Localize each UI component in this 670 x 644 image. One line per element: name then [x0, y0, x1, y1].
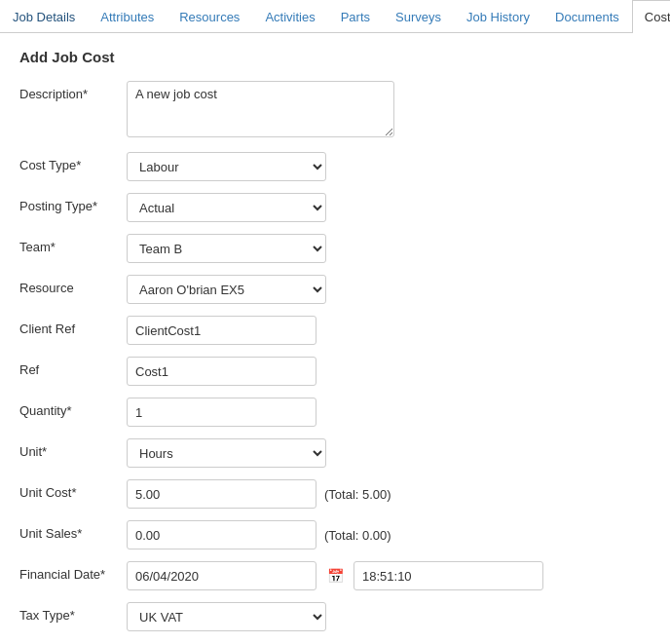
- cost-type-field-wrapper: LabourMaterialOther: [127, 152, 651, 181]
- posting-type-field-wrapper: ActualBudgeted: [127, 193, 651, 222]
- posting-type-select[interactable]: ActualBudgeted: [127, 193, 326, 222]
- posting-type-row: Posting Type* ActualBudgeted: [19, 193, 651, 222]
- unit-sales-total: (Total: 0.00): [324, 528, 391, 543]
- tab-resources[interactable]: Resources: [167, 0, 252, 33]
- financial-date-field-wrapper: 📅: [127, 561, 651, 590]
- financial-time-input[interactable]: [354, 561, 543, 590]
- quantity-input[interactable]: [127, 398, 316, 427]
- team-select[interactable]: Team ATeam BTeam C: [127, 234, 326, 263]
- quantity-row: Quantity*: [19, 398, 651, 427]
- resource-row: Resource Aaron O'brian EX5: [19, 275, 651, 304]
- tab-bar: Job DetailsAttributesResourcesActivities…: [0, 0, 670, 33]
- financial-date-row: Financial Date* 📅: [19, 561, 651, 590]
- team-field-wrapper: Team ATeam BTeam C: [127, 234, 651, 263]
- unit-sales-label: Unit Sales*: [19, 520, 127, 541]
- resource-label: Resource: [19, 275, 127, 295]
- tab-attributes[interactable]: Attributes: [88, 0, 167, 33]
- posting-type-label: Posting Type*: [19, 193, 127, 213]
- ref-input[interactable]: [127, 357, 316, 386]
- tax-type-field-wrapper: UK VATNo VATExempt: [127, 602, 651, 631]
- client-ref-label: Client Ref: [19, 316, 127, 336]
- tab-surveys[interactable]: Surveys: [383, 0, 454, 33]
- ref-field-wrapper: [127, 357, 651, 386]
- description-label: Description*: [19, 81, 127, 101]
- team-row: Team* Team ATeam BTeam C: [19, 234, 651, 263]
- calendar-icon[interactable]: 📅: [324, 565, 346, 587]
- unit-label: Unit*: [19, 438, 127, 459]
- unit-row: Unit* HoursDaysEach: [19, 438, 651, 468]
- client-ref-row: Client Ref: [19, 316, 651, 345]
- unit-cost-field-wrapper: (Total: 5.00): [127, 479, 651, 509]
- description-row: Description*: [19, 81, 651, 140]
- tab-activities[interactable]: Activities: [252, 0, 327, 33]
- tab-parts[interactable]: Parts: [328, 0, 383, 33]
- unit-sales-row: Unit Sales* (Total: 0.00): [19, 520, 651, 549]
- tab-job-history[interactable]: Job History: [454, 0, 542, 33]
- quantity-field-wrapper: [127, 398, 651, 427]
- tab-job-details[interactable]: Job Details: [0, 0, 88, 33]
- team-label: Team*: [19, 234, 127, 254]
- form-title: Add Job Cost: [19, 49, 651, 65]
- tab-costs[interactable]: Costs: [632, 0, 670, 33]
- financial-date-input[interactable]: [127, 561, 316, 590]
- description-field-wrapper: [127, 81, 651, 140]
- form-content: Add Job Cost Description* Cost Type* Lab…: [0, 33, 670, 644]
- unit-sales-field-wrapper: (Total: 0.00): [127, 520, 651, 549]
- unit-cost-row: Unit Cost* (Total: 5.00): [19, 479, 651, 509]
- tab-documents[interactable]: Documents: [542, 0, 632, 33]
- tax-type-label: Tax Type*: [19, 602, 127, 623]
- description-field[interactable]: [127, 81, 394, 137]
- unit-cost-total: (Total: 5.00): [324, 487, 391, 502]
- financial-date-label: Financial Date*: [19, 561, 127, 582]
- client-ref-field-wrapper: [127, 316, 651, 345]
- cost-type-row: Cost Type* LabourMaterialOther: [19, 152, 651, 181]
- tax-type-row: Tax Type* UK VATNo VATExempt: [19, 602, 651, 631]
- ref-label: Ref: [19, 357, 127, 377]
- ref-row: Ref: [19, 357, 651, 386]
- unit-cost-input[interactable]: [127, 479, 316, 509]
- tax-type-select[interactable]: UK VATNo VATExempt: [127, 602, 326, 631]
- resource-select[interactable]: Aaron O'brian EX5: [127, 275, 326, 304]
- unit-field-wrapper: HoursDaysEach: [127, 438, 651, 468]
- unit-sales-input[interactable]: [127, 520, 316, 549]
- cost-type-select[interactable]: LabourMaterialOther: [127, 152, 326, 181]
- unit-cost-label: Unit Cost*: [19, 479, 127, 500]
- quantity-label: Quantity*: [19, 398, 127, 418]
- client-ref-input[interactable]: [127, 316, 316, 345]
- cost-type-label: Cost Type*: [19, 152, 127, 172]
- unit-select[interactable]: HoursDaysEach: [127, 438, 326, 468]
- resource-field-wrapper: Aaron O'brian EX5: [127, 275, 651, 304]
